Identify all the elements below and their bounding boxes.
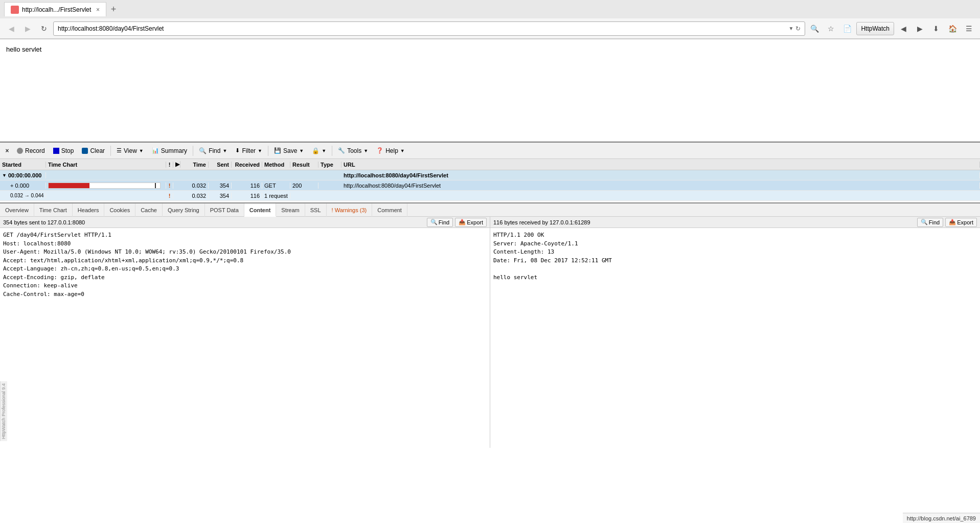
header-play: ▶ bbox=[173, 161, 180, 168]
header-timechart: Time Chart bbox=[46, 162, 166, 168]
separator-1 bbox=[110, 146, 111, 156]
address-bar[interactable]: http://localhost:8080/day04/FirstServlet… bbox=[53, 21, 805, 36]
help-btn[interactable]: ❓ Help ▼ bbox=[373, 145, 408, 157]
clear-btn[interactable]: Clear bbox=[78, 145, 108, 157]
star-icon[interactable]: ☆ bbox=[824, 21, 838, 36]
find-dropdown-icon: ▼ bbox=[222, 148, 227, 153]
find-label: Find bbox=[209, 147, 220, 154]
view-label: View bbox=[124, 147, 137, 154]
back-nav-icon[interactable]: ◀ bbox=[896, 21, 910, 36]
tab-cache[interactable]: Cache bbox=[135, 203, 163, 217]
back-btn[interactable]: ◀ bbox=[4, 21, 18, 36]
separator-3 bbox=[268, 146, 268, 156]
find-btn[interactable]: 🔍 Find ▼ bbox=[195, 145, 231, 157]
tab-querystring[interactable]: Query String bbox=[163, 203, 205, 217]
table-row[interactable]: 00:00:00.058 0.008 0 0 GET (Cache) 🖼 htt… bbox=[0, 201, 980, 202]
page-content-area: hello servlet bbox=[0, 39, 980, 142]
forward-nav-icon[interactable]: ▶ bbox=[913, 21, 927, 36]
stop-btn[interactable]: Stop bbox=[50, 145, 78, 157]
right-find-btn[interactable]: 🔍 Find bbox=[917, 218, 943, 227]
tab-headers[interactable]: Headers bbox=[73, 203, 105, 217]
header-url: URL bbox=[341, 162, 980, 168]
left-export-btn[interactable]: 📤 Export bbox=[455, 218, 487, 227]
new-tab-btn[interactable]: + bbox=[106, 2, 121, 16]
search-icon[interactable]: 🔍 bbox=[807, 21, 822, 36]
tools-label: Tools bbox=[347, 147, 361, 154]
tab-warnings[interactable]: ! Warnings (3) bbox=[327, 203, 373, 217]
help-icon: ❓ bbox=[376, 147, 383, 154]
summary-btn[interactable]: 📊 Summary bbox=[148, 145, 191, 157]
view-btn[interactable]: ☰ View ▼ bbox=[113, 145, 147, 157]
row-started: + 0.000 bbox=[0, 183, 46, 189]
bottom-content: 354 bytes sent to 127.0.0.1:8080 🔍 Find … bbox=[0, 217, 980, 448]
tab-cookies[interactable]: Cookies bbox=[104, 203, 135, 217]
status-bar: http://blog.csdn.net/ai_6789 bbox=[903, 513, 980, 523]
refresh-btn[interactable]: ↻ bbox=[37, 21, 51, 36]
row-url: http://localhost:8080/day04/FirstServlet bbox=[341, 183, 980, 189]
tab-content[interactable]: Content bbox=[244, 203, 277, 217]
httpwatch-label: HttpWatch bbox=[861, 25, 890, 32]
find-icon-small: 🔍 bbox=[430, 219, 438, 225]
menu-icon[interactable]: ☰ bbox=[962, 21, 976, 36]
filter-dropdown-icon: ▼ bbox=[258, 148, 262, 153]
row-sent: 354 bbox=[209, 193, 232, 199]
left-find-btn[interactable]: 🔍 Find bbox=[427, 218, 453, 227]
address-icons: ▼ ↻ bbox=[789, 25, 801, 32]
lock-dropdown-icon: ▼ bbox=[322, 148, 326, 153]
clear-label: Clear bbox=[90, 147, 105, 154]
page-text: hello servlet bbox=[6, 46, 41, 53]
tab-overview[interactable]: Overview bbox=[0, 203, 34, 217]
record-btn[interactable]: Record bbox=[13, 145, 49, 157]
table-header: Started Time Chart ! ▶ Time Sent Receive… bbox=[0, 159, 980, 170]
table-row[interactable]: 0.032 → 0.044 → 0.057 → ! 0.032 354 116 … bbox=[0, 191, 980, 201]
down-icon[interactable]: ⬇ bbox=[929, 21, 943, 36]
view-dropdown-icon: ▼ bbox=[139, 148, 144, 153]
response-text: HTTP/1.1 200 OK Server: Apache-Coyote/1.… bbox=[493, 231, 977, 282]
save-btn[interactable]: 💾 Save ▼ bbox=[270, 145, 307, 157]
right-content: HTTP/1.1 200 OK Server: Apache-Coyote/1.… bbox=[490, 228, 980, 448]
reader-icon[interactable]: 📄 bbox=[840, 21, 854, 36]
lock-btn[interactable]: 🔒 ▼ bbox=[308, 145, 330, 157]
left-panel-buttons: 🔍 Find 📤 Export bbox=[427, 218, 487, 227]
version-label: HttpWatch Professional 9.4 bbox=[1, 383, 6, 439]
filter-btn[interactable]: ⬇ Filter ▼ bbox=[232, 145, 266, 157]
left-bytes-info: 354 bytes sent to 127.0.0.1:8080 bbox=[3, 219, 427, 225]
table-row[interactable]: + 0.000 ! 0.032 354 116 GET 200 http://l… bbox=[0, 180, 980, 191]
find-icon: 🔍 bbox=[199, 147, 207, 154]
collapse-icon[interactable]: ▼ bbox=[2, 173, 7, 178]
httpwatch-btn[interactable]: HttpWatch bbox=[856, 22, 894, 35]
hw-close-btn[interactable]: × bbox=[2, 146, 12, 156]
left-content: GET /day04/FirstServlet HTTP/1.1 Host: l… bbox=[0, 228, 490, 448]
home-icon[interactable]: 🏠 bbox=[945, 21, 960, 36]
tab-comment[interactable]: Comment bbox=[372, 203, 407, 217]
forward-btn[interactable]: ▶ bbox=[20, 21, 35, 36]
bottom-panel: Overview Time Chart Headers Cookies Cach… bbox=[0, 202, 980, 448]
row-url: http://localhost:8080/day04/FirstServlet bbox=[341, 172, 980, 178]
right-export-btn[interactable]: 📤 Export bbox=[945, 218, 977, 227]
header-started: Started bbox=[0, 162, 46, 168]
stop-label: Stop bbox=[61, 147, 74, 154]
filter-label: Filter bbox=[242, 147, 256, 154]
browser-tab[interactable]: http://localh.../FirstServlet × bbox=[4, 2, 106, 16]
header-received: Received bbox=[232, 162, 262, 168]
row-timechart bbox=[46, 183, 166, 189]
tab-close-btn[interactable]: × bbox=[96, 6, 100, 13]
row-result: 200 bbox=[290, 183, 318, 189]
view-icon: ☰ bbox=[117, 147, 122, 154]
right-panel-header: 116 bytes received by 127.0.0.1:61289 🔍 … bbox=[490, 217, 980, 228]
separator-2 bbox=[193, 146, 193, 156]
hw-toolbar: × Record Stop Clear ☰ View ▼ 📊 Summary 🔍… bbox=[0, 143, 980, 159]
table-row[interactable]: ▼ 00:00:00.000 http://localhost:8080/day… bbox=[0, 170, 980, 180]
tab-stream[interactable]: Stream bbox=[276, 203, 305, 217]
header-result: Result bbox=[290, 162, 318, 168]
tab-timechart[interactable]: Time Chart bbox=[34, 203, 73, 217]
tab-ssl[interactable]: SSL bbox=[305, 203, 327, 217]
row-bang: ! bbox=[166, 193, 173, 199]
export-icon: 📤 bbox=[459, 219, 466, 225]
right-panel: 116 bytes received by 127.0.0.1:61289 🔍 … bbox=[490, 217, 980, 448]
row-time: 0.032 bbox=[180, 193, 209, 199]
tab-postdata[interactable]: POST Data bbox=[205, 203, 244, 217]
header-sent: Sent bbox=[209, 162, 232, 168]
record-label: Record bbox=[25, 147, 45, 154]
tools-btn[interactable]: 🔧 Tools ▼ bbox=[334, 145, 372, 157]
